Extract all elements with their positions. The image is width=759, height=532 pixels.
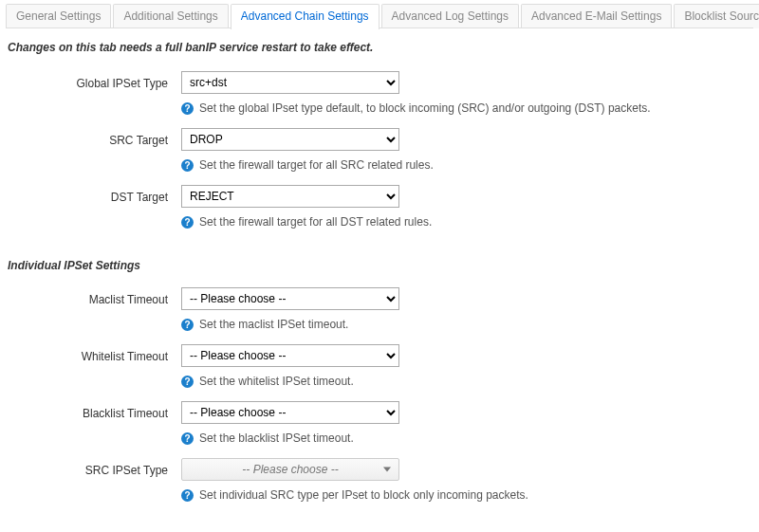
- tab-advanced-log-settings[interactable]: Advanced Log Settings: [381, 4, 519, 28]
- help-src-ipset-type: Set individual SRC type per IPset to blo…: [199, 488, 528, 502]
- select-src-target[interactable]: DROP: [181, 128, 399, 151]
- help-maclist-timeout: Set the maclist IPSet timeout.: [199, 318, 348, 331]
- help-icon: ?: [181, 489, 194, 502]
- restart-note: Changes on this tab needs a full banIP s…: [8, 41, 753, 54]
- chain-settings-form: Global IPSet Type src+dst ? Set the glob…: [6, 71, 753, 242]
- tab-advanced-email-settings[interactable]: Advanced E-Mail Settings: [521, 4, 672, 28]
- help-icon: ?: [181, 319, 194, 331]
- help-src-target: Set the firewall target for all SRC rela…: [199, 158, 434, 172]
- individual-ipset-form: Maclist Timeout -- Please choose -- ? Se…: [6, 287, 753, 515]
- settings-tabs: General Settings Additional Settings Adv…: [6, 4, 753, 28]
- help-icon: ?: [181, 102, 194, 115]
- select-whitelist-timeout[interactable]: -- Please choose --: [181, 344, 399, 367]
- help-blacklist-timeout: Set the blacklist IPSet timeout.: [199, 431, 354, 445]
- label-src-target: SRC Target: [6, 128, 181, 185]
- tab-general-settings[interactable]: General Settings: [6, 4, 111, 28]
- help-icon: ?: [181, 216, 194, 229]
- tab-advanced-chain-settings[interactable]: Advanced Chain Settings: [231, 4, 380, 29]
- label-whitelist-timeout: Whitelist Timeout: [6, 344, 181, 401]
- select-dst-target[interactable]: REJECT: [181, 185, 399, 208]
- combo-src-ipset-type[interactable]: -- Please choose --: [181, 458, 399, 481]
- label-src-ipset-type: SRC IPSet Type: [6, 458, 181, 515]
- label-maclist-timeout: Maclist Timeout: [6, 287, 181, 344]
- help-dst-target: Set the firewall target for all DST rela…: [199, 215, 432, 229]
- label-global-ipset-type: Global IPSet Type: [6, 71, 181, 128]
- help-whitelist-timeout: Set the whitelist IPSet timeout.: [199, 375, 354, 388]
- chevron-down-icon: [383, 468, 391, 472]
- select-maclist-timeout[interactable]: -- Please choose --: [181, 287, 399, 310]
- select-global-ipset-type[interactable]: src+dst: [181, 71, 399, 94]
- help-global-ipset-type: Set the global IPset type default, to bl…: [199, 101, 651, 115]
- combo-src-ipset-type-value: -- Please choose --: [242, 463, 338, 476]
- help-icon: ?: [181, 376, 194, 388]
- tab-blocklist-sources[interactable]: Blocklist Sources: [674, 4, 759, 28]
- label-blacklist-timeout: Blacklist Timeout: [6, 401, 181, 458]
- help-icon: ?: [181, 159, 194, 172]
- tab-additional-settings[interactable]: Additional Settings: [113, 4, 228, 28]
- label-dst-target: DST Target: [6, 185, 181, 242]
- section-individual-ipset: Individual IPSet Settings: [8, 259, 753, 272]
- help-icon: ?: [181, 432, 194, 445]
- select-blacklist-timeout[interactable]: -- Please choose --: [181, 401, 399, 424]
